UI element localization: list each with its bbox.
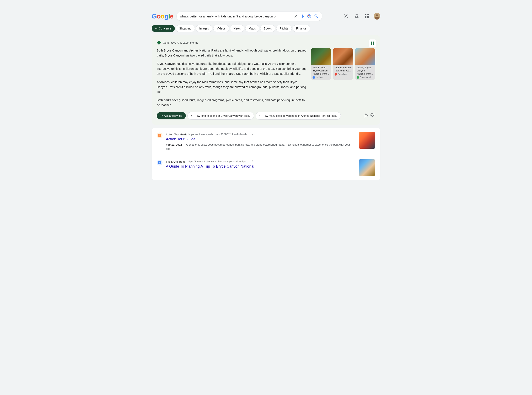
table-row: T The MOM Trotter https://themomtrotter.… <box>152 155 380 180</box>
svg-point-3 <box>308 15 311 18</box>
tab-finance[interactable]: Finance <box>293 25 310 32</box>
image-source-1: National... <box>313 76 330 79</box>
result-image-2 <box>359 159 375 176</box>
tab-news[interactable]: News <box>230 25 244 32</box>
suggestion-chip-bryce-kids[interactable]: ↩ How long to spend at Bryce Canyon with… <box>188 112 254 120</box>
svg-rect-15 <box>368 14 369 15</box>
result-favicon-2: T <box>157 160 162 165</box>
avatar[interactable] <box>374 13 380 20</box>
result-source-line-2: The MOM Trotter https://themomtrotter.co… <box>166 159 355 164</box>
tab-flights[interactable]: Flights <box>276 25 292 32</box>
ask-follow-up-arrow: ↩ <box>161 114 163 117</box>
result-title-1[interactable]: Action Tour Guide <box>166 137 355 141</box>
source-favicon-2 <box>335 73 337 76</box>
search-input[interactable] <box>180 15 291 18</box>
user-avatar-icon <box>374 13 380 20</box>
ai-card: Generative AI is experimental Both Bryce… <box>152 35 380 125</box>
source-favicon-1 <box>313 76 315 79</box>
svg-point-5 <box>310 15 310 16</box>
svg-point-4 <box>308 15 309 16</box>
image-source-3: Gopetfriendl... <box>357 76 374 79</box>
header-actions <box>343 12 380 20</box>
tab-shopping[interactable]: Shopping <box>176 25 195 32</box>
svg-rect-20 <box>366 17 368 18</box>
thumbs-down-icon <box>370 113 374 117</box>
search-button[interactable] <box>314 14 319 19</box>
suggestion-chip-arches-days[interactable]: ↩ How many days do you need in Arches Na… <box>256 112 341 120</box>
svg-text:A: A <box>159 134 160 137</box>
result-snippet-1: Feb 17, 2022 — Arches only allow dogs at… <box>166 143 355 151</box>
nav-tabs: ↩ Converse Shopping Images Videos News M… <box>152 23 380 32</box>
ai-images: Kids & Youth - Bryce Canyon National Par… <box>311 48 375 108</box>
grid-icon <box>371 42 374 45</box>
result-title-2[interactable]: A Guide To Planning A Trip To Bryce Cany… <box>166 164 355 169</box>
apps-button[interactable] <box>363 12 371 20</box>
ai-badge-text: Generative AI is experimental <box>163 41 198 44</box>
result-menu-button-2[interactable]: ⋮ <box>249 159 255 164</box>
source-favicon-3 <box>357 76 359 79</box>
lens-button[interactable] <box>307 14 312 19</box>
svg-rect-16 <box>365 16 366 17</box>
result-body-2: The MOM Trotter https://themomtrotter.co… <box>166 159 355 170</box>
image-title-3: Visiting Bryce Canyon National Park... <box>357 66 374 75</box>
chip-arrow-1: ↩ <box>191 114 193 117</box>
image-source-2: Sampling... <box>335 73 352 76</box>
ai-image-thumb-2 <box>333 48 353 65</box>
image-info-1: Kids & Youth - Bryce Canyon National Par… <box>311 65 331 80</box>
tab-maps[interactable]: Maps <box>245 25 259 32</box>
favicon-icon-1: A <box>158 133 161 137</box>
result-image-1 <box>359 132 375 149</box>
main-content: Generative AI is experimental Both Bryce… <box>152 35 380 180</box>
ask-follow-up-button[interactable]: ↩ Ask a follow up <box>157 112 186 119</box>
result-source-line-1: Action Tour Guide https://actiontourguid… <box>166 132 355 137</box>
svg-point-11 <box>356 17 356 17</box>
google-logo: Google <box>152 12 173 20</box>
ai-image-thumb-3 <box>355 48 375 65</box>
ai-image-card-2[interactable]: Arches National Park vs Bryce... Samplin… <box>333 48 353 80</box>
svg-rect-19 <box>365 17 366 18</box>
ai-images-row: Kids & Youth - Bryce Canyon National Par… <box>311 48 375 80</box>
svg-rect-18 <box>368 16 369 17</box>
image-info-3: Visiting Bryce Canyon National Park... G… <box>355 65 375 80</box>
microphone-button[interactable] <box>300 14 305 18</box>
image-info-2: Arches National Park vs Bryce... Samplin… <box>333 65 353 77</box>
result-menu-button-1[interactable]: ⋮ <box>250 132 255 137</box>
ai-paragraph-3: At Arches, children may enjoy the rock f… <box>157 80 307 95</box>
tab-images[interactable]: Images <box>196 25 212 32</box>
svg-point-12 <box>357 16 357 17</box>
svg-rect-21 <box>368 17 369 18</box>
ai-paragraph-1: Both Bryce Canyon and Arches National Pa… <box>157 48 307 58</box>
ai-image-card-1[interactable]: Kids & Youth - Bryce Canyon National Par… <box>311 48 331 80</box>
svg-rect-17 <box>366 16 368 17</box>
search-icon <box>314 14 318 18</box>
result-body-1: Action Tour Guide https://actiontourguid… <box>166 132 355 151</box>
tab-books[interactable]: Books <box>260 25 275 32</box>
settings-button[interactable] <box>343 12 350 20</box>
ai-header: Generative AI is experimental <box>157 40 375 45</box>
thumbs-up-button[interactable] <box>363 112 369 119</box>
ai-text-content: Both Bryce Canyon and Arches National Pa… <box>157 48 307 108</box>
clear-search-button[interactable] <box>294 14 298 18</box>
image-title-1: Kids & Youth - Bryce Canyon National Par… <box>313 66 330 75</box>
ai-image-thumb-1 <box>311 48 331 65</box>
result-favicon-1: A <box>157 132 162 138</box>
header: Google <box>152 8 380 23</box>
image-title-2: Arches National Park vs Bryce... <box>335 66 352 72</box>
converse-icon: ↩ <box>155 27 158 30</box>
microphone-icon <box>300 14 304 18</box>
grid-apps-icon <box>365 14 369 18</box>
favicon-icon-2: T <box>158 161 161 165</box>
thumbs-down-button[interactable] <box>370 112 375 119</box>
svg-rect-0 <box>302 15 303 16</box>
search-results-card: A Action Tour Guide https://actiontourgu… <box>152 128 380 180</box>
labs-button[interactable] <box>353 12 360 20</box>
flask-icon <box>354 14 359 18</box>
tab-converse[interactable]: ↩ Converse <box>152 25 175 32</box>
ai-grid-button[interactable] <box>369 39 376 47</box>
ai-actions <box>363 112 375 119</box>
ai-image-card-3[interactable]: Visiting Bryce Canyon National Park... G… <box>355 48 375 80</box>
ai-diamond-icon <box>157 40 161 45</box>
close-icon <box>294 14 298 18</box>
ai-paragraph-4: Both parks offer guided tours, ranger-le… <box>157 98 307 108</box>
tab-videos[interactable]: Videos <box>213 25 229 32</box>
